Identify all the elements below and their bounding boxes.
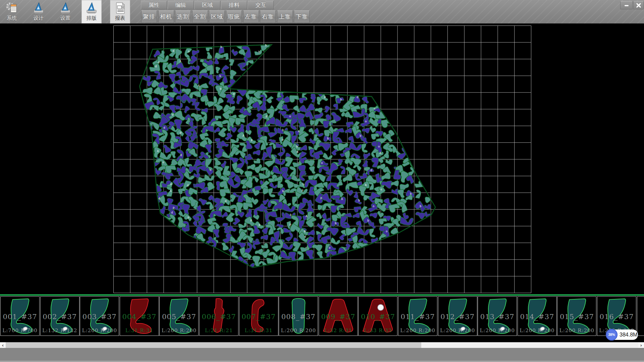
tool-button-align-right[interactable]: 右靠 (260, 10, 276, 23)
svg-text:b: b (220, 45, 222, 49)
svg-text:A: A (250, 219, 252, 222)
part-thumb-001_#37[interactable]: 001_#37L:700 R:700 (0, 296, 40, 336)
svg-text:o: o (374, 107, 375, 110)
part-id-label: 001_#37 (1, 313, 39, 321)
part-thumb-010_#37[interactable]: 010_#37L:33 R:33 (358, 296, 397, 336)
close-button[interactable] (633, 1, 644, 9)
part-thumb-005_#37[interactable]: 005_#37L:200 R:200 (159, 296, 199, 336)
app-tile-system[interactable]: 系统 (2, 0, 22, 23)
scroll-right-button[interactable]: › (638, 342, 644, 348)
svg-text:b: b (358, 199, 360, 202)
part-thumb-009_#37[interactable]: 009_#37L:32 R:31 (319, 296, 358, 336)
svg-text:A: A (243, 134, 245, 137)
svg-text:b: b (367, 219, 369, 222)
part-thumb-011_#37[interactable]: 011_#37L:200 R:200 (398, 296, 437, 336)
svg-text:d: d (233, 92, 234, 96)
app-tile-report[interactable]: 报表 (110, 0, 130, 23)
tool-button-camera[interactable]: 相机 (158, 10, 174, 23)
svg-text:b: b (219, 74, 221, 78)
part-lr-label: L:200 R:200 (557, 327, 596, 334)
svg-text:p: p (173, 206, 174, 209)
menu-tab-region[interactable]: 区域 (194, 1, 220, 9)
svg-text:o: o (305, 246, 307, 249)
tool-button-cut-selected[interactable]: 选割 (175, 10, 191, 23)
part-id-label: 013_#37 (478, 313, 517, 321)
canvas-area: bbdobdAdbAbdpbdoopoodpbAAppbbboAddAooood… (0, 23, 644, 294)
svg-text:p: p (320, 196, 322, 199)
tool-button-cut-all[interactable]: 全割 (192, 10, 208, 23)
part-lr-label: L:33 R:33 (359, 327, 397, 334)
svg-text:A: A (179, 60, 181, 63)
menu-tab-nesting[interactable]: 排料 (221, 1, 247, 9)
svg-text:o: o (162, 161, 164, 164)
svg-text:A: A (157, 149, 159, 153)
menu-tab-interact[interactable]: 交互 (248, 1, 274, 9)
svg-text:p: p (180, 131, 181, 134)
part-id-label: 008_#37 (279, 313, 318, 321)
part-id-label: 0 (637, 313, 644, 321)
app-tile-setup[interactable]: 设置 (55, 0, 75, 23)
menu-tab-edit[interactable]: 编辑 (168, 1, 194, 9)
tool-button-align-top[interactable]: 上靠 (277, 10, 293, 23)
report-icon (113, 1, 127, 15)
tool-button-region[interactable]: 区域 (209, 10, 225, 23)
svg-text:d: d (172, 49, 174, 53)
horizontal-scrollbar: ‹ › (0, 342, 644, 348)
svg-text:A: A (198, 84, 200, 87)
menu-tab-properties[interactable]: 属性 (141, 1, 167, 9)
app-tile-design[interactable]: 设计 (29, 0, 49, 23)
part-id-label: 010_#37 (359, 313, 397, 321)
scroll-left-button[interactable]: ‹ (0, 342, 6, 348)
scrollbar-thumb[interactable] (6, 342, 421, 348)
svg-text:A: A (379, 152, 381, 155)
svg-text:p: p (251, 138, 253, 141)
tool-button-align-bottom[interactable]: 下靠 (294, 10, 310, 23)
svg-text:o: o (210, 168, 211, 172)
parts-strip: 001_#37L:700 R:700002_#37L:132 R:132003_… (0, 296, 644, 337)
app-tile-nest[interactable]: 排版 (82, 0, 102, 23)
tool-button-cluster-nest[interactable]: 聚排 (141, 10, 157, 23)
status-pill: 38% 384.8M (607, 329, 638, 340)
svg-text:p: p (282, 138, 283, 141)
part-thumb-015_#37[interactable]: 015_#37L:200 R:200 (557, 296, 596, 336)
svg-text:o: o (380, 188, 382, 191)
part-lr-label: L:32 R:31 (319, 327, 358, 334)
svg-text:o: o (329, 246, 330, 249)
svg-text:A: A (306, 215, 308, 218)
svg-text:d: d (357, 96, 358, 99)
svg-text:d: d (297, 150, 298, 154)
tool-button-defect[interactable]: 瑕疵 (226, 10, 242, 23)
part-thumb-003_#37[interactable]: 003_#37L:200 R:200 (80, 296, 119, 336)
svg-text:b: b (365, 183, 367, 187)
svg-text:p: p (302, 188, 303, 192)
part-thumb-013_#37[interactable]: 013_#37L:200 R:200 (478, 296, 517, 336)
svg-text:b: b (304, 230, 306, 233)
app-label-report: 报表 (115, 15, 125, 21)
svg-text:o: o (386, 230, 387, 233)
nesting-canvas[interactable]: bbdobdAdbAbdpbdoopoodpbAAppbbboAddAooood… (0, 23, 644, 294)
part-id-label: 005_#37 (160, 313, 198, 321)
system-icon (5, 1, 18, 15)
part-thumb-002_#37[interactable]: 002_#37L:132 R:132 (40, 296, 79, 336)
svg-text:p: p (289, 223, 291, 226)
svg-text:o: o (373, 204, 374, 208)
svg-text:p: p (324, 95, 326, 99)
svg-text:b: b (303, 183, 304, 186)
app-label-setup: 设置 (60, 15, 70, 21)
part-thumb-0[interactable]: 0L:2 (637, 296, 644, 336)
svg-text:A: A (341, 197, 343, 201)
part-lr-label: L:200 R:200 (398, 327, 437, 334)
nest-icon (85, 1, 98, 15)
svg-text:A: A (170, 183, 172, 186)
part-thumb-008_#37[interactable]: 008_#37L:200 R:200 (279, 296, 318, 336)
tool-button-align-left[interactable]: 左靠 (243, 10, 259, 23)
part-thumb-006_#37[interactable]: 006_#37L:21 R:21 (199, 296, 238, 336)
part-thumb-012_#37[interactable]: 012_#37L:200 R:200 (438, 296, 477, 336)
svg-text:o: o (321, 161, 323, 165)
part-thumb-007_#37[interactable]: 007_#37L:31 R:31 (239, 296, 278, 336)
svg-text:p: p (266, 114, 267, 118)
part-thumb-004_#37[interactable]: 004_#37L:31 R:31 (120, 296, 159, 336)
svg-text:b: b (296, 145, 298, 148)
part-thumb-014_#37[interactable]: 014_#37L:200 R:200 (518, 296, 557, 336)
minimize-button[interactable] (620, 1, 633, 9)
